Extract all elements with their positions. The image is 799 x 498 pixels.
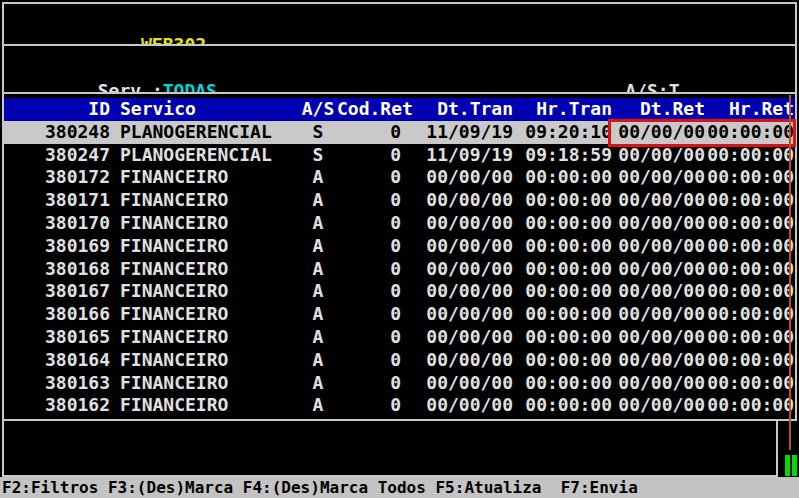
cell-dtret: 00/00/00 (615, 166, 707, 189)
cell-dttran: 00/00/00 (415, 189, 517, 212)
cell-hrret: 00:00:00 (707, 280, 795, 303)
cell-hrtran: 00:00:00 (517, 280, 615, 303)
table-row[interactable]: 380163 FINANCEIRO A 0 00/00/00 00:00:00 … (4, 372, 795, 395)
col-header-id: ID (4, 98, 112, 121)
cell-id: 380166 (4, 303, 112, 326)
cell-as: A (299, 280, 337, 303)
cell-dtret: 00/00/00 (615, 394, 707, 417)
cell-codret: 0 (337, 258, 415, 281)
cell-dtret: 00/00/00 (615, 121, 707, 144)
cell-dttran: 00/00/00 (415, 235, 517, 258)
cell-hrret: 00:00:00 (707, 212, 795, 235)
cell-id: 380165 (4, 326, 112, 349)
cell-servico: FINANCEIRO (112, 212, 299, 235)
cell-hrtran: 00:00:00 (517, 349, 615, 372)
cell-dttran: 00/00/00 (415, 212, 517, 235)
col-header-codret: Cod.Ret (337, 98, 415, 121)
col-header-servico: Servico (112, 98, 299, 121)
filter-box: Serv.:TODAS A/S:T Dt.Tr:99/99/99 Dt.Rt:0… (2, 44, 797, 94)
cell-id: 380167 (4, 280, 112, 303)
cell-servico: FINANCEIRO (112, 166, 299, 189)
cell-hrtran: 00:00:00 (517, 394, 615, 417)
cell-codret: 0 (337, 189, 415, 212)
cell-hrret: 00:00:00 (707, 326, 795, 349)
cell-as: A (299, 235, 337, 258)
table-row[interactable]: 380162 FINANCEIRO A 0 00/00/00 00:00:00 … (4, 394, 795, 417)
table-row[interactable]: 380165 FINANCEIRO A 0 00/00/00 00:00:00 … (4, 326, 795, 349)
log-table: ID Servico A/S Cod.Ret Dt.Tran Hr.Tran D… (4, 94, 795, 417)
cell-id: 380248 (4, 121, 112, 144)
cell-dtret: 00/00/00 (615, 144, 707, 167)
cell-servico: FINANCEIRO (112, 280, 299, 303)
cell-servico: FINANCEIRO (112, 189, 299, 212)
table-row[interactable]: 380166 FINANCEIRO A 0 00/00/00 00:00:00 … (4, 303, 795, 326)
cell-id: 380168 (4, 258, 112, 281)
cell-dttran: 00/00/00 (415, 258, 517, 281)
cell-servico: PLANOGERENCIAL (112, 121, 299, 144)
cell-servico: FINANCEIRO (112, 372, 299, 395)
cell-hrtran: 00:00:00 (517, 235, 615, 258)
cell-codret: 0 (337, 212, 415, 235)
cell-codret: 0 (337, 144, 415, 167)
cell-hrret: 00:00:00 (707, 394, 795, 417)
cell-dtret: 00/00/00 (615, 258, 707, 281)
col-header-hrret: Hr.Ret (707, 98, 795, 121)
table-row[interactable]: 380164 FINANCEIRO A 0 00/00/00 00:00:00 … (4, 349, 795, 372)
cell-id: 380247 (4, 144, 112, 167)
cell-dtret: 00/00/00 (615, 349, 707, 372)
cell-dttran: 00/00/00 (415, 372, 517, 395)
scrollbar-track[interactable] (789, 95, 791, 450)
cell-as: A (299, 372, 337, 395)
cell-as: S (299, 121, 337, 144)
cell-dttran: 00/00/00 (415, 326, 517, 349)
cell-as: A (299, 189, 337, 212)
cell-dtret: 00/00/00 (615, 212, 707, 235)
cell-dttran: 00/00/00 (415, 349, 517, 372)
detail-box: Cod.Ret:0Descr.:000000000000000000000000… (2, 419, 778, 477)
cell-dtret: 00/00/00 (615, 235, 707, 258)
terminal-screen: WEB302 PROCESSAMENTOS DOS LOGS - NOVO AV… (0, 0, 799, 498)
log-table-box: ID Servico A/S Cod.Ret Dt.Tran Hr.Tran D… (2, 92, 797, 421)
cell-codret: 0 (337, 394, 415, 417)
cell-dttran: 00/00/00 (415, 394, 517, 417)
cell-codret: 0 (337, 166, 415, 189)
cell-hrtran: 00:00:00 (517, 166, 615, 189)
cell-id: 380162 (4, 394, 112, 417)
table-row[interactable]: 380168 FINANCEIRO A 0 00/00/00 00:00:00 … (4, 258, 795, 281)
cell-dttran: 11/09/19 (415, 121, 517, 144)
cell-hrret: 00:00:00 (707, 372, 795, 395)
function-key-bar: F2:Filtros F3:(Des)Marca F4:(Des)Marca T… (0, 477, 799, 498)
col-header-hrtran: Hr.Tran (517, 98, 615, 121)
cell-id: 380172 (4, 166, 112, 189)
cell-as: A (299, 166, 337, 189)
cell-as: A (299, 326, 337, 349)
table-row-selected[interactable]: 380248 PLANOGERENCIAL S 0 11/09/19 09:20… (4, 121, 795, 144)
cell-dtret: 00/00/00 (615, 326, 707, 349)
table-row[interactable]: 380169 FINANCEIRO A 0 00/00/00 00:00:00 … (4, 235, 795, 258)
cell-as: A (299, 212, 337, 235)
table-header-row: ID Servico A/S Cod.Ret Dt.Tran Hr.Tran D… (4, 98, 795, 121)
table-row[interactable]: 380247 PLANOGERENCIAL S 0 11/09/19 09:18… (4, 144, 795, 167)
cell-hrtran: 00:00:00 (517, 212, 615, 235)
cell-id: 380170 (4, 212, 112, 235)
cell-hrtran: 09:20:10 (517, 121, 615, 144)
table-row[interactable]: 380171 FINANCEIRO A 0 00/00/00 00:00:00 … (4, 189, 795, 212)
cell-hrret: 00:00:00 (707, 349, 795, 372)
cell-hrtran: 00:00:00 (517, 189, 615, 212)
cell-as: A (299, 394, 337, 417)
cell-id: 380171 (4, 189, 112, 212)
cell-codret: 0 (337, 280, 415, 303)
cell-id: 380164 (4, 349, 112, 372)
cell-dttran: 00/00/00 (415, 166, 517, 189)
cell-id: 380163 (4, 372, 112, 395)
table-row[interactable]: 380167 FINANCEIRO A 0 00/00/00 00:00:00 … (4, 280, 795, 303)
cursor-block-icon (785, 455, 790, 476)
title-box: WEB302 PROCESSAMENTOS DOS LOGS - NOVO AV… (2, 2, 797, 46)
cell-hrret: 00:00:00 (707, 121, 795, 144)
cell-hrret: 00:00:00 (707, 144, 795, 167)
cell-dttran: 00/00/00 (415, 280, 517, 303)
table-row[interactable]: 380170 FINANCEIRO A 0 00/00/00 00:00:00 … (4, 212, 795, 235)
cell-as: S (299, 144, 337, 167)
table-row[interactable]: 380172 FINANCEIRO A 0 00/00/00 00:00:00 … (4, 166, 795, 189)
cell-codret: 0 (337, 326, 415, 349)
